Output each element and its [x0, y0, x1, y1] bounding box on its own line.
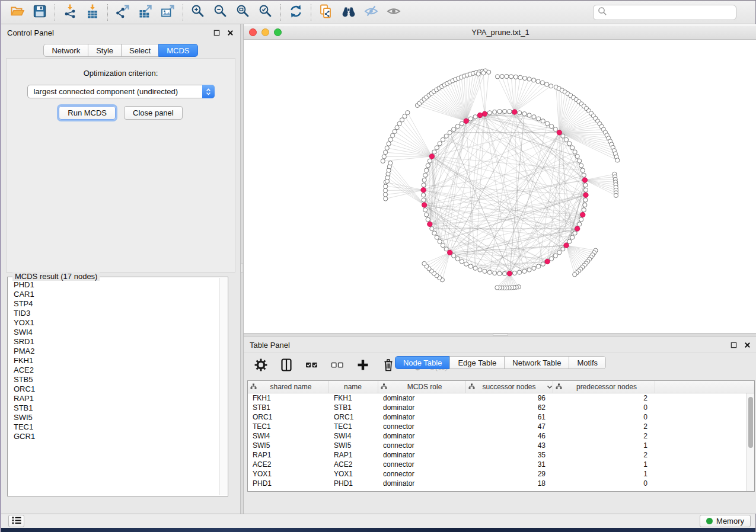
tab-motifs[interactable]: Motifs [569, 356, 606, 369]
mcds-result-item[interactable]: YOX1 [14, 318, 219, 328]
zoom-selected-icon [258, 4, 273, 21]
window-zoom-icon[interactable] [274, 28, 282, 36]
search-input[interactable] [608, 7, 732, 18]
search-field[interactable] [593, 5, 736, 20]
binoculars-icon [341, 4, 356, 21]
mcds-result-groupbox: MCDS result (17 nodes) PHD1CAR1STP4TID3Y… [7, 277, 228, 496]
mcds-result-item[interactable]: STP4 [14, 299, 219, 309]
hide-selected-button[interactable] [360, 2, 382, 23]
control-panel-titlebar: Control Panel [1, 24, 240, 41]
control-panel: Control Panel Network Style Select MCDS … [1, 24, 240, 514]
mcds-result-item[interactable]: SWI5 [14, 413, 219, 422]
toolbar-separator [311, 4, 311, 21]
mcds-tab-content: Optimization criterion: largest connecte… [6, 58, 235, 273]
import-table-icon [85, 4, 100, 21]
save-session-button[interactable] [28, 2, 51, 23]
tab-network[interactable]: Network [43, 44, 88, 57]
float-panel-button[interactable] [213, 29, 221, 37]
mcds-result-scrollbar[interactable] [219, 278, 227, 495]
export-image-icon [160, 4, 176, 21]
open-folder-icon [9, 4, 25, 21]
mcds-result-item[interactable]: SWI4 [14, 328, 219, 337]
mcds-result-item[interactable]: ACE2 [14, 366, 219, 375]
eye-slash-icon [363, 4, 379, 21]
show-all-button[interactable] [382, 2, 405, 23]
tab-style[interactable]: Style [88, 44, 122, 57]
mcds-result-item[interactable]: ORC1 [14, 384, 219, 394]
table-panel: Table Panel [244, 336, 756, 514]
zoom-out-button[interactable] [209, 2, 232, 23]
close-panel-button[interactable] [227, 29, 234, 37]
zoom-out-icon [213, 4, 228, 21]
export-image-button[interactable] [157, 2, 179, 23]
optimization-criterion-label: Optimization criterion: [7, 69, 235, 78]
select-stepper-icon [202, 85, 215, 98]
close-panel-action-button[interactable]: Close panel [124, 106, 183, 120]
toolbar-separator [55, 4, 55, 21]
refresh-icon [288, 4, 304, 21]
network-window-titlebar[interactable]: YPA_prune.txt_1 [244, 25, 756, 40]
search-icon [597, 6, 608, 19]
mcds-result-item[interactable]: SRD1 [14, 337, 219, 347]
tab-select[interactable]: Select [121, 44, 159, 57]
table-panel-title: Table Panel [250, 341, 290, 350]
eye-icon [386, 4, 401, 21]
splitter-handle[interactable] [241, 263, 243, 273]
export-table-icon [138, 4, 153, 21]
refresh-view-button[interactable] [285, 2, 307, 23]
zoom-in-button[interactable] [187, 2, 209, 23]
copy-document-button[interactable] [315, 2, 337, 23]
zoom-fit-icon [235, 4, 251, 21]
mcds-result-item[interactable]: PMA2 [14, 347, 219, 356]
tab-node-table[interactable]: Node Table [395, 356, 451, 369]
run-mcds-button[interactable]: Run MCDS [59, 106, 116, 120]
mcds-result-item[interactable]: RAP1 [14, 394, 219, 403]
save-floppy-icon [32, 4, 47, 21]
toolbar-separator [107, 4, 108, 21]
mcds-result-item[interactable]: TID3 [14, 309, 219, 318]
copy-document-icon [318, 4, 334, 21]
import-table-button[interactable] [81, 2, 104, 23]
desktop-background [1, 528, 755, 532]
window-close-icon[interactable] [249, 28, 257, 36]
mcds-result-item[interactable]: GCR1 [14, 432, 219, 441]
optimization-criterion-select[interactable]: largest connected component (undirected) [27, 85, 215, 98]
splitter-handle[interactable] [493, 334, 508, 336]
memory-button[interactable]: Memory [700, 515, 751, 527]
memory-status-icon [706, 518, 713, 524]
tab-edge-table[interactable]: Edge Table [449, 356, 505, 369]
mcds-result-item[interactable]: CAR1 [14, 290, 219, 299]
import-network-icon [62, 4, 78, 21]
table-panel-tabs: Node Table Edge Table Network Table Moti… [244, 356, 756, 509]
mcds-result-item[interactable]: STB1 [14, 403, 219, 413]
tab-mcds[interactable]: MCDS [158, 44, 197, 57]
task-history-button[interactable] [8, 515, 24, 527]
window-minimize-icon[interactable] [261, 28, 269, 36]
table-panel-titlebar: Table Panel [244, 336, 756, 353]
tab-network-table[interactable]: Network Table [504, 356, 569, 369]
first-neighbors-button[interactable] [337, 2, 360, 23]
export-network-button[interactable] [111, 2, 134, 23]
export-table-button[interactable] [134, 2, 157, 23]
network-canvas[interactable] [244, 40, 756, 333]
zoom-in-icon [190, 4, 206, 21]
list-icon [11, 515, 23, 527]
zoom-selected-button[interactable] [254, 2, 277, 23]
mcds-result-item[interactable]: PHD1 [14, 280, 219, 290]
control-panel-tabs: Network Style Select MCDS [1, 44, 240, 57]
float-panel-button[interactable] [730, 341, 738, 349]
status-bar: Memory [1, 514, 755, 528]
mcds-result-item[interactable]: TEC1 [14, 422, 219, 432]
toolbar-separator [183, 4, 183, 21]
mcds-result-item[interactable]: STB5 [14, 375, 219, 384]
close-panel-button[interactable] [744, 341, 751, 349]
mcds-result-list[interactable]: PHD1CAR1STP4TID3YOX1SWI4SRD1PMA2FKH1ACE2… [8, 279, 219, 496]
mcds-result-item[interactable]: FKH1 [14, 356, 219, 366]
zoom-fit-button[interactable] [232, 2, 254, 23]
open-file-button[interactable] [6, 2, 28, 23]
network-graph[interactable] [244, 40, 756, 333]
import-network-button[interactable] [59, 2, 81, 23]
application-window: Control Panel Network Style Select MCDS … [0, 0, 756, 532]
export-network-icon [115, 4, 130, 21]
main-toolbar [1, 1, 755, 24]
